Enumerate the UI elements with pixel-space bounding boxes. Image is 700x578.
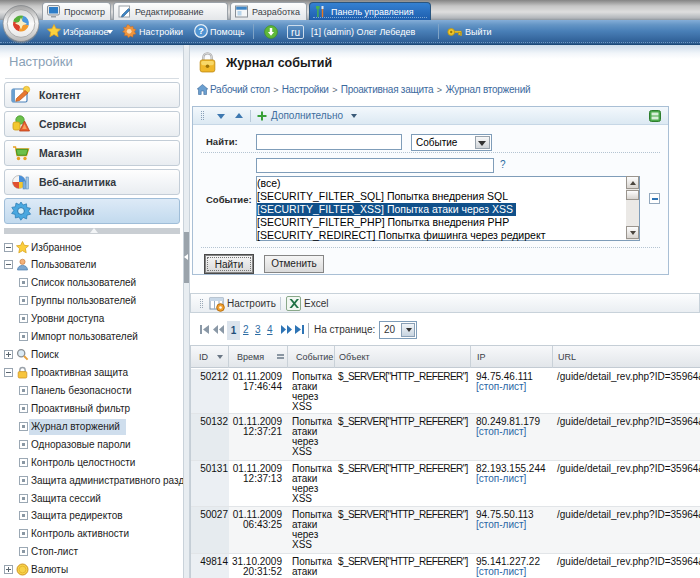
svg-text:?: ? (198, 26, 204, 36)
